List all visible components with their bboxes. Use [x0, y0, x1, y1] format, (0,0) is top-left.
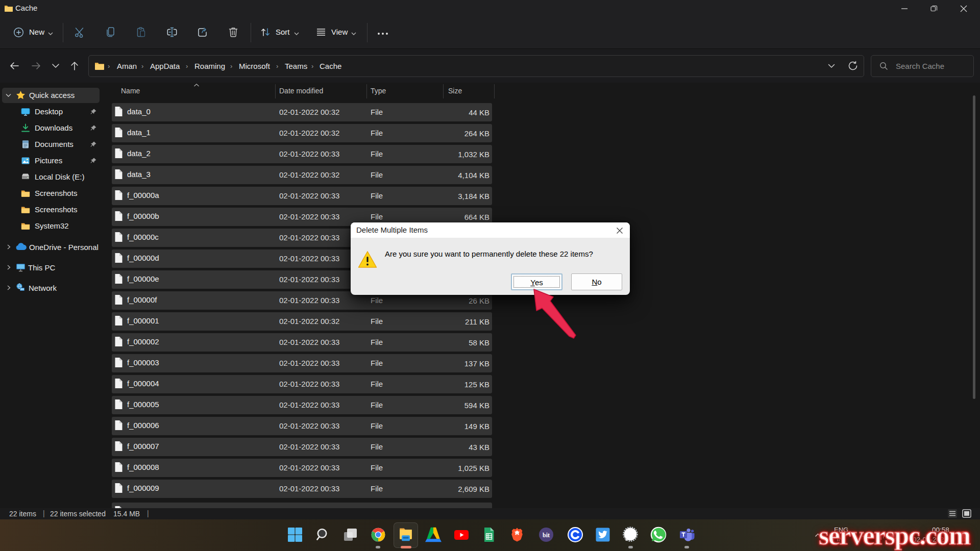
- svg-text:bit: bit: [543, 532, 550, 539]
